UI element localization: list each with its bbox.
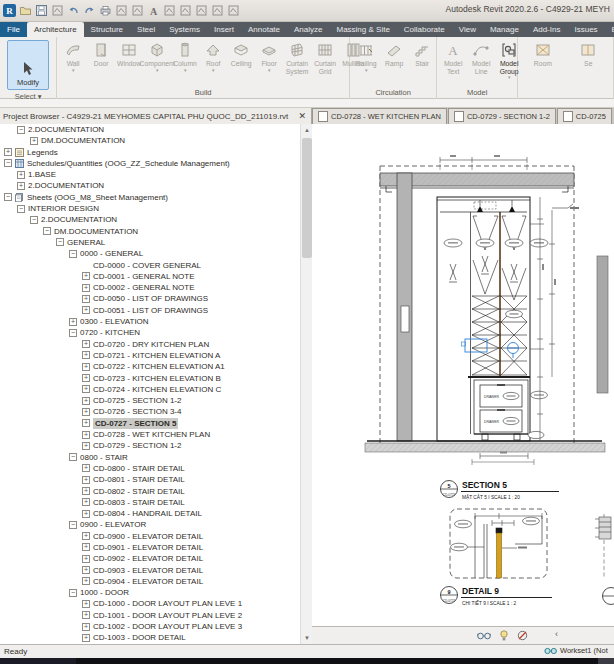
measure-icon[interactable] xyxy=(115,4,128,17)
tree-item-label[interactable]: CD-0901 - ELEVATOR DETAIL xyxy=(93,542,203,553)
tree-item-label[interactable]: CD-1001 - DOOR LAYOUT PLAN LEVE 2 xyxy=(93,610,242,621)
tree-item-label[interactable]: CD-0802 - STAIR DETAIL xyxy=(93,486,185,497)
ribbon-tab-structure[interactable]: Structure xyxy=(84,22,130,37)
tree-item-label[interactable]: 0000 - GENERAL xyxy=(80,248,143,259)
tree-item-label[interactable]: CD-0000 - COVER GENERAL xyxy=(93,260,201,271)
collapse-icon[interactable]: − xyxy=(69,589,77,597)
collapse-icon[interactable]: − xyxy=(69,453,77,461)
expand-icon[interactable]: + xyxy=(82,340,90,348)
tree-item-label[interactable]: CD-1000 - DOOR LAYOUT PLAN LEVE 1 xyxy=(93,598,242,609)
expand-icon[interactable]: + xyxy=(82,385,90,393)
expand-icon[interactable]: + xyxy=(82,306,90,314)
tree-item-label[interactable]: CD-0801 - STAIR DETAIL xyxy=(93,474,185,485)
tree-item[interactable]: +CD-0903 - ELEVATOR DETAIL xyxy=(0,565,300,576)
temporary-hide-lightbulb-icon[interactable] xyxy=(500,630,508,641)
wall-button[interactable]: Wall▾ xyxy=(59,39,87,73)
expand-icon[interactable]: + xyxy=(82,419,90,427)
expand-icon[interactable]: + xyxy=(82,577,90,585)
ribbon-tab-annotate[interactable]: Annotate xyxy=(241,22,287,37)
tree-item[interactable]: +CD-0801 - STAIR DETAIL xyxy=(0,474,300,485)
tree-item-label[interactable]: 0800 - STAIR xyxy=(80,452,128,463)
tree-item-label[interactable]: 0720 - KITCHEN xyxy=(80,327,140,338)
dropdown-arrow-icon[interactable]: ▾ xyxy=(268,68,271,72)
save-icon[interactable] xyxy=(35,4,48,17)
expand-icon[interactable]: + xyxy=(82,498,90,506)
ribbon-tab-collaborate[interactable]: Collaborate xyxy=(397,22,452,37)
redo-icon[interactable] xyxy=(83,4,96,17)
open-icon[interactable] xyxy=(19,4,32,17)
collapse-icon[interactable]: − xyxy=(43,227,51,235)
tree-item-label[interactable]: CD-0050 - LIST OF DRAWINGS xyxy=(93,293,208,304)
tree-item-label[interactable]: CD-1002 - DOOR LAYOUT PLAN LEVE 3 xyxy=(93,621,242,632)
expand-icon[interactable]: + xyxy=(82,487,90,495)
tree-item[interactable]: +0300 - ELEVATION xyxy=(0,316,300,327)
thin-lines-icon[interactable] xyxy=(195,4,208,17)
ribbon-tab-bimomatic[interactable]: BIMomatic xyxy=(605,22,614,37)
dropdown-arrow-icon[interactable]: ▾ xyxy=(365,68,368,72)
detail-9-view[interactable] xyxy=(450,509,611,579)
tree-item[interactable]: +CD-0901 - ELEVATOR DETAIL xyxy=(0,542,300,553)
expand-icon[interactable]: + xyxy=(82,611,90,619)
tree-item[interactable]: +CD-0726 - SECTION 3-4 xyxy=(0,406,300,417)
collapse-icon[interactable]: − xyxy=(4,193,12,201)
expand-icon[interactable]: + xyxy=(4,148,12,156)
tree-item-label[interactable]: CD-0728 - WET KITCHEN PLAN xyxy=(93,429,210,440)
tree-item-label[interactable]: CD-0721 - KITCHEN ELEVATION A xyxy=(93,350,220,361)
expand-icon[interactable]: + xyxy=(82,431,90,439)
collapse-icon[interactable]: − xyxy=(17,126,25,134)
tree-item[interactable]: +CD-0725 - SECTION 1-2 xyxy=(0,395,300,406)
tree-item-label[interactable]: CD-1003 - DOOR DETAIL xyxy=(93,632,186,643)
tree-item[interactable]: +DM.DOCUMENTATION xyxy=(0,135,300,146)
tree-item-label[interactable]: CD-0722 - KITCHEN ELEVATION A1 xyxy=(93,361,225,372)
tree-item[interactable]: +CD-0001 - GENERAL NOTE xyxy=(0,271,300,282)
tree-item[interactable]: +CD-0720 - DRY KITCHEN PLAN xyxy=(0,339,300,350)
expand-icon[interactable]: + xyxy=(82,397,90,405)
tree-item[interactable]: +1.BASE xyxy=(0,169,300,180)
collapse-icon[interactable]: − xyxy=(69,521,77,529)
section-icon[interactable] xyxy=(179,4,192,17)
tree-item[interactable]: +CD-0804 - HANDRAIL DETAIL xyxy=(0,508,300,519)
expand-icon[interactable]: + xyxy=(82,272,90,280)
collapse-icon[interactable]: − xyxy=(56,238,64,246)
tree-item[interactable]: −2.DOCUMENTATION xyxy=(0,124,300,135)
collapse-icon[interactable]: − xyxy=(4,159,12,167)
tree-item[interactable]: +CD-0900 - ELEVATOR DETAIL xyxy=(0,531,300,542)
tree-item[interactable]: +CD-0728 - WET KITCHEN PLAN xyxy=(0,429,300,440)
ribbon-tab-manage[interactable]: Manage xyxy=(483,22,526,37)
tree-item-label[interactable]: CD-0726 - SECTION 3-4 xyxy=(93,406,181,417)
tree-item-label[interactable]: CD-0800 - STAIR DETAIL xyxy=(93,463,185,474)
tree-item[interactable]: −INTERIOR DESIGN xyxy=(0,203,300,214)
text-icon[interactable]: A xyxy=(147,4,160,17)
railing-button[interactable]: Railing▾ xyxy=(352,39,380,73)
tree-item[interactable]: +CD-0729 - SECTION 1-2 xyxy=(0,440,300,451)
reveal-hidden-glasses-icon[interactable] xyxy=(477,631,491,640)
expand-icon[interactable]: + xyxy=(17,182,25,190)
tree-item-label[interactable]: Legends xyxy=(27,147,58,158)
tree-item-label[interactable]: CD-0904 - ELEVATOR DETAIL xyxy=(93,576,203,587)
tree-item-label[interactable]: CD-0051 - LIST OF DRAWINGS xyxy=(93,305,208,316)
tree-item[interactable]: +CD-0050 - LIST OF DRAWINGS xyxy=(0,293,300,304)
tree-item-label[interactable]: CD-0727 - SECTION 5 xyxy=(93,418,178,429)
expand-icon[interactable]: + xyxy=(82,351,90,359)
dropdown-arrow-icon[interactable]: ▾ xyxy=(184,68,187,72)
tree-item-label[interactable]: Sheets (OOG_M8_Sheet Management) xyxy=(27,192,168,203)
tree-item-label[interactable]: 2.DOCUMENTATION xyxy=(28,124,104,135)
ramp-button[interactable]: Ramp xyxy=(380,39,408,69)
tree-item-label[interactable]: CD-0724 - KITCHEN ELEVATION C xyxy=(93,384,221,395)
tree-item-label[interactable]: CD-0803 - STAIR DETAIL xyxy=(93,497,185,508)
expand-icon[interactable]: + xyxy=(82,408,90,416)
expand-icon[interactable]: + xyxy=(82,374,90,382)
dropdown-arrow-icon[interactable]: ▾ xyxy=(212,68,215,72)
view-tab-3[interactable]: CD-0725 xyxy=(557,108,612,124)
tree-item-label[interactable]: CD-0001 - GENERAL NOTE xyxy=(93,271,195,282)
expand-icon[interactable]: + xyxy=(82,566,90,574)
collapse-icon[interactable]: − xyxy=(69,250,77,258)
expand-icon[interactable]: + xyxy=(82,363,90,371)
ribbon-tab-add-ins[interactable]: Add-Ins xyxy=(526,22,568,37)
tree-item[interactable]: +Legends xyxy=(0,147,300,158)
tree-item[interactable]: +CD-0721 - KITCHEN ELEVATION A xyxy=(0,350,300,361)
modify-button[interactable]: Modify xyxy=(7,40,49,90)
tree-item[interactable]: +CD-0723 - KITCHEN ELEVATION B xyxy=(0,373,300,384)
column-button[interactable]: Column▾ xyxy=(171,39,199,73)
model-text-button[interactable]: AModel Text xyxy=(439,39,467,76)
